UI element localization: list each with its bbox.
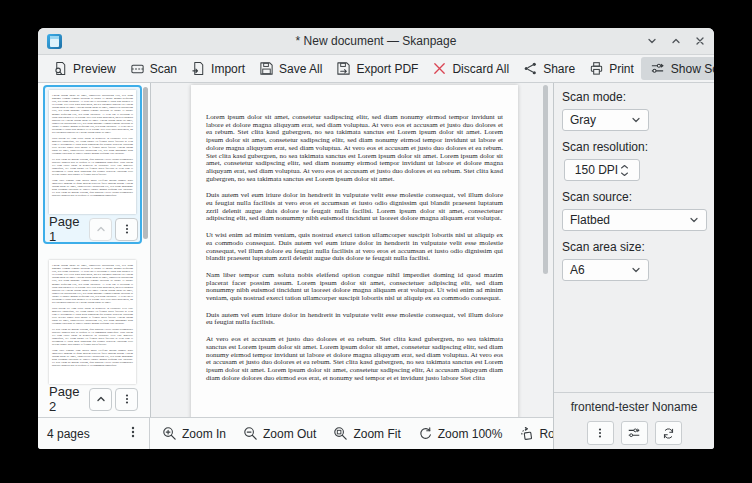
zoom-fit-icon — [333, 426, 348, 441]
scan-mode-label: Scan mode: — [562, 90, 706, 104]
main-toolbar: Preview Scan Import Save All Export PDF … — [38, 55, 714, 83]
show-scanner-options-label: Show Scanner Options — [671, 62, 714, 76]
thumb-text: Ut wisi enim ad minim veniam, quis nostr… — [52, 328, 133, 347]
skanpage-window: * New document — Skanpage Preview — [38, 28, 714, 449]
thumb-text: Nam liber tempor cum soluta nobis eleife… — [52, 349, 133, 368]
page-1-thumbnail-image: Lorem ipsum dolor sit amet, consetetur s… — [49, 90, 136, 214]
document-scrollbar[interactable] — [543, 85, 548, 274]
page-1-menu-button[interactable] — [115, 218, 138, 241]
pages-count: 4 pages — [47, 427, 90, 441]
minimize-button[interactable] — [644, 33, 660, 49]
print-button[interactable]: Print — [582, 58, 641, 79]
sliders-icon — [627, 426, 641, 440]
title-bar[interactable]: * New document — Skanpage — [38, 28, 714, 55]
export-pdf-icon — [336, 61, 351, 76]
pages-menu-button[interactable] — [123, 423, 143, 444]
thumb-text: Duis autem vel eum iriure dolor in hendr… — [52, 307, 133, 326]
save-all-label: Save All — [279, 62, 322, 76]
document-paragraph: Duis autem vel eum iriure dolor in hendr… — [206, 312, 503, 327]
scan-area-value: A6 — [570, 263, 585, 277]
scan-label: Scan — [150, 62, 177, 76]
scanner-options-panel: Scan mode: Gray Scan resolution: 150 DPI… — [553, 83, 714, 449]
zoom-out-label: Zoom Out — [263, 427, 316, 441]
scan-area-dropdown[interactable]: A6 — [562, 259, 649, 281]
kebab-icon — [121, 393, 133, 405]
chevron-up-icon — [95, 223, 107, 235]
document-paragraph: Lorem ipsum dolor sit amet, consetetur s… — [206, 114, 503, 183]
maximize-button[interactable] — [668, 33, 684, 49]
kebab-icon — [127, 425, 139, 439]
page-1-thumbnail-item[interactable]: Lorem ipsum dolor sit amet, consetetur s… — [43, 85, 142, 244]
zoom-in-label: Zoom In — [182, 427, 226, 441]
discard-icon — [432, 61, 447, 76]
page-2-menu-button[interactable] — [115, 388, 138, 411]
zoom-in-icon — [162, 426, 177, 441]
preview-label: Preview — [73, 62, 116, 76]
window-title: * New document — Skanpage — [38, 34, 714, 48]
zoom-fit-button[interactable]: Zoom Fit — [333, 426, 400, 441]
print-icon — [589, 61, 604, 76]
document-view[interactable]: Lorem ipsum dolor sit amet, consetetur s… — [151, 83, 553, 418]
scanner-device-section: frontend-tester Noname — [554, 392, 714, 449]
chevron-down-icon — [689, 215, 699, 225]
document-paragraph: Ut wisi enim ad minim veniam, quis nostr… — [206, 232, 503, 263]
scan-source-dropdown[interactable]: Flatbed — [562, 209, 707, 231]
page-1-label: Page 1 — [49, 214, 86, 244]
reload-device-button[interactable] — [655, 421, 682, 445]
document-paragraph: At vero eos et accusam et justo duo dolo… — [206, 336, 503, 382]
scan-source-label: Scan source: — [562, 190, 706, 204]
zoom-100-button[interactable]: Zoom 100% — [418, 426, 503, 441]
import-icon — [191, 61, 206, 76]
scan-mode-dropdown[interactable]: Gray — [562, 109, 649, 131]
scan-resolution-spinbox[interactable]: 150 DPI — [564, 159, 640, 181]
page-2-label: Page 2 — [49, 384, 86, 414]
scan-resolution-label: Scan resolution: — [562, 140, 706, 154]
share-button[interactable]: Share — [516, 58, 582, 79]
discard-all-button[interactable]: Discard All — [425, 58, 516, 79]
bottom-bar: 4 pages Zoom In Zoom Out — [38, 417, 553, 449]
save-all-button[interactable]: Save All — [252, 58, 329, 79]
zoom-original-icon — [418, 426, 433, 441]
scan-source-value: Flatbed — [570, 213, 610, 227]
rotate-left-icon — [519, 426, 534, 441]
export-pdf-button[interactable]: Export PDF — [329, 58, 425, 79]
share-icon — [523, 61, 538, 76]
page-2-thumbnail-item[interactable]: Lorem ipsum dolor sit amet, consetetur s… — [43, 255, 142, 414]
zoom-in-button[interactable]: Zoom In — [162, 426, 226, 441]
spin-down-icon[interactable] — [620, 171, 629, 177]
scan-mode-value: Gray — [570, 113, 596, 127]
refresh-icon — [662, 427, 675, 440]
discard-all-label: Discard All — [452, 62, 509, 76]
preview-button[interactable]: Preview — [46, 58, 123, 79]
document-paragraph: Nam liber tempor cum soluta nobis eleife… — [206, 272, 503, 303]
import-label: Import — [211, 62, 245, 76]
thumb-text: Lorem ipsum dolor sit amet, consetetur s… — [52, 264, 133, 304]
thumb-text: Ut wisi enim ad minim veniam, quis nostr… — [52, 158, 133, 177]
scan-area-label: Scan area size: — [562, 240, 706, 254]
zoom-out-button[interactable]: Zoom Out — [243, 426, 316, 441]
page-2-thumbnail-image: Lorem ipsum dolor sit amet, consetetur s… — [49, 260, 136, 384]
page-1-move-up-button[interactable] — [89, 218, 112, 241]
share-label: Share — [543, 62, 575, 76]
preview-icon — [53, 61, 68, 76]
document-page: Lorem ipsum dolor sit amet, consetetur s… — [191, 85, 518, 418]
spin-up-icon[interactable] — [620, 164, 629, 170]
close-button[interactable] — [692, 33, 708, 49]
main-area: Lorem ipsum dolor sit amet, consetetur s… — [38, 83, 553, 449]
thumb-text: Duis autem vel eum iriure dolor in hendr… — [52, 137, 133, 156]
print-label: Print — [609, 62, 634, 76]
import-button[interactable]: Import — [184, 58, 252, 79]
device-options-button[interactable] — [621, 421, 648, 445]
zoom-out-icon — [243, 426, 258, 441]
scan-button[interactable]: Scan — [123, 58, 184, 79]
skanpage-app-icon — [47, 34, 62, 49]
zoom-100-label: Zoom 100% — [438, 427, 503, 441]
chevron-down-icon — [631, 265, 641, 275]
export-pdf-label: Export PDF — [356, 62, 418, 76]
thumbnail-scrollbar[interactable] — [143, 87, 148, 239]
page-2-move-up-button[interactable] — [89, 388, 112, 411]
save-icon — [259, 61, 274, 76]
show-scanner-options-toggle[interactable]: Show Scanner Options — [641, 57, 714, 80]
device-menu-button[interactable] — [587, 421, 614, 445]
kebab-icon — [594, 427, 606, 439]
